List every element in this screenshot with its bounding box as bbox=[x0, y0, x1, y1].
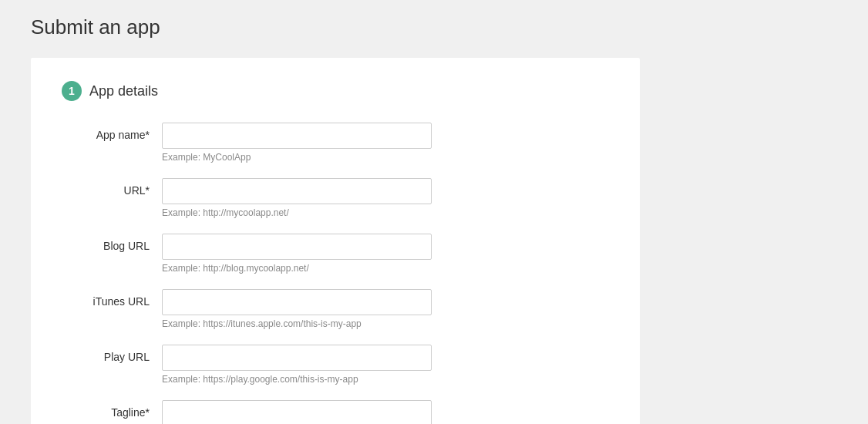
hint-play-url: Example: https://play.google.com/this-is… bbox=[162, 374, 609, 385]
input-blog-url[interactable] bbox=[162, 234, 432, 260]
section-header: 1 App details bbox=[62, 81, 609, 101]
form-row-url: URL*Example: http://mycoolapp.net/ bbox=[62, 178, 609, 218]
field-wrapper-itunes-url: Example: https://itunes.apple.com/this-i… bbox=[162, 289, 609, 329]
form-fields-container: App name*Example: MyCoolAppURL*Example: … bbox=[62, 123, 609, 424]
form-row-app-name: App name*Example: MyCoolApp bbox=[62, 123, 609, 163]
field-wrapper-app-name: Example: MyCoolApp bbox=[162, 123, 609, 163]
form-row-itunes-url: iTunes URLExample: https://itunes.apple.… bbox=[62, 289, 609, 329]
label-url: URL* bbox=[62, 178, 162, 197]
field-wrapper-blog-url: Example: http://blog.mycoolapp.net/ bbox=[162, 234, 609, 274]
hint-itunes-url: Example: https://itunes.apple.com/this-i… bbox=[162, 318, 609, 329]
page-wrapper: Submit an app 1 App details App name*Exa… bbox=[0, 0, 868, 424]
input-tagline[interactable] bbox=[162, 400, 432, 424]
hint-url: Example: http://mycoolapp.net/ bbox=[162, 207, 609, 218]
form-row-play-url: Play URLExample: https://play.google.com… bbox=[62, 345, 609, 385]
form-card: 1 App details App name*Example: MyCoolAp… bbox=[31, 58, 640, 424]
label-play-url: Play URL bbox=[62, 345, 162, 363]
input-play-url[interactable] bbox=[162, 345, 432, 371]
field-wrapper-url: Example: http://mycoolapp.net/ bbox=[162, 178, 609, 218]
hint-app-name: Example: MyCoolApp bbox=[162, 152, 609, 163]
field-wrapper-play-url: Example: https://play.google.com/this-is… bbox=[162, 345, 609, 385]
section-title: App details bbox=[89, 83, 158, 99]
hint-blog-url: Example: http://blog.mycoolapp.net/ bbox=[162, 263, 609, 274]
input-itunes-url[interactable] bbox=[162, 289, 432, 315]
field-wrapper-tagline: Example: The best way to stay cool onlin… bbox=[162, 400, 609, 424]
input-app-name[interactable] bbox=[162, 123, 432, 149]
form-row-tagline: Tagline*Example: The best way to stay co… bbox=[62, 400, 609, 424]
input-url[interactable] bbox=[162, 178, 432, 204]
form-row-blog-url: Blog URLExample: http://blog.mycoolapp.n… bbox=[62, 234, 609, 274]
label-itunes-url: iTunes URL bbox=[62, 289, 162, 308]
label-blog-url: Blog URL bbox=[62, 234, 162, 252]
label-tagline: Tagline* bbox=[62, 400, 162, 419]
page-title: Submit an app bbox=[23, 15, 845, 39]
step-badge: 1 bbox=[62, 81, 82, 101]
label-app-name: App name* bbox=[62, 123, 162, 141]
